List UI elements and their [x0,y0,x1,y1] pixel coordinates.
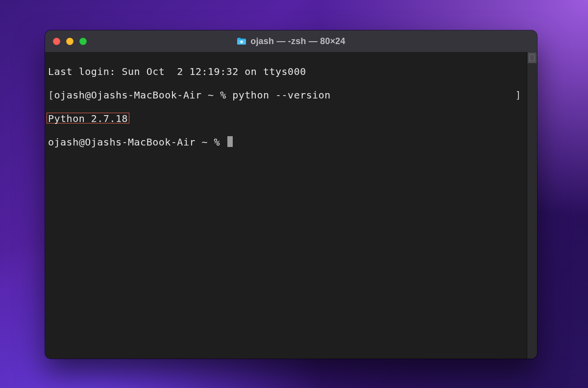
terminal-body[interactable]: Last login: Sun Oct 2 12:19:32 on ttys00… [45,52,537,359]
entered-command: python --version [232,89,331,101]
window-title-text: ojash — -zsh — 80×24 [250,36,345,47]
terminal-line-output: Python 2.7.18 [48,113,534,124]
home-folder-icon [237,37,246,45]
scrollbar-track[interactable] [527,52,537,359]
text-cursor[interactable] [227,136,233,147]
terminal-window: ojash — -zsh — 80×24 Last login: Sun Oct… [45,30,537,359]
window-titlebar[interactable]: ojash — -zsh — 80×24 [45,30,537,52]
prompt-close-bracket: ] [515,89,521,101]
window-title: ojash — -zsh — 80×24 [237,36,345,47]
minimize-button[interactable] [66,38,74,45]
terminal-line-last-login: Last login: Sun Oct 2 12:19:32 on ttys00… [48,66,534,77]
svg-rect-0 [241,41,243,43]
terminal-line-prompt: ojash@Ojashs-MacBook-Air ~ % [48,136,534,148]
annotation-highlight-box: Python 2.7.18 [47,113,129,123]
zoom-button[interactable] [79,38,87,45]
terminal-line-command: [ojash@Ojashs-MacBook-Air ~ % python --v… [48,89,534,101]
close-button[interactable] [53,38,60,45]
shell-prompt: ojash@Ojashs-MacBook-Air ~ % [48,136,226,148]
traffic-lights [53,30,87,52]
shell-prompt: ojash@Ojashs-MacBook-Air ~ % [54,89,233,101]
prompt-open-bracket: [ [48,89,54,101]
scrollbar-thumb[interactable] [527,52,537,64]
